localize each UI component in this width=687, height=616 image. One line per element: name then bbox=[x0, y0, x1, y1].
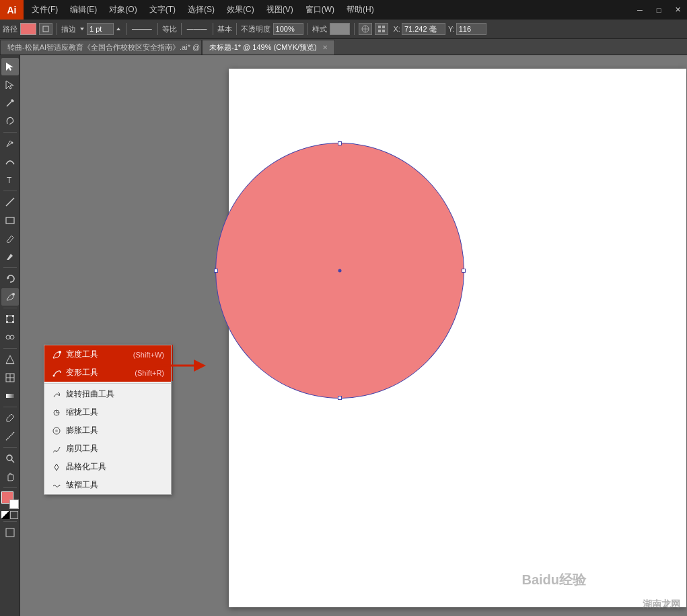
divider-tool4 bbox=[3, 308, 17, 308]
tool-paintbrush[interactable] bbox=[1, 230, 19, 247]
menu-edit[interactable]: 编辑(E) bbox=[65, 3, 102, 17]
svg-point-25 bbox=[6, 335, 10, 339]
y-input[interactable] bbox=[456, 23, 486, 35]
tool-line[interactable] bbox=[1, 193, 19, 211]
menu-help[interactable]: 帮助(H) bbox=[341, 3, 379, 17]
tool-pen[interactable] bbox=[1, 135, 19, 152]
tool-eyedropper[interactable] bbox=[1, 409, 19, 427]
x-input[interactable] bbox=[402, 23, 445, 35]
stroke-down-icon[interactable] bbox=[79, 26, 85, 32]
tool-selection[interactable] bbox=[1, 58, 19, 75]
window-controls: ─ □ ✕ bbox=[630, 0, 687, 20]
center-point bbox=[338, 269, 342, 273]
tool-rotate[interactable] bbox=[1, 270, 19, 287]
fill-stroke-indicator[interactable] bbox=[1, 491, 19, 509]
tool-free-transform[interactable] bbox=[1, 310, 19, 328]
menu-object[interactable]: 对象(O) bbox=[104, 3, 142, 17]
svg-marker-10 bbox=[6, 63, 13, 71]
svg-point-42 bbox=[55, 430, 58, 432]
tool-rectangle[interactable] bbox=[1, 211, 19, 229]
close-button[interactable]: ✕ bbox=[668, 0, 687, 20]
tool-direct-selection[interactable] bbox=[1, 76, 19, 94]
ctx-item-pucker[interactable]: 缩拢工具 bbox=[44, 403, 171, 421]
pucker-tool-icon bbox=[51, 407, 62, 418]
divider7 bbox=[308, 23, 308, 35]
tool-lasso[interactable] bbox=[1, 112, 19, 130]
color-icon[interactable] bbox=[1, 511, 9, 519]
maximize-button[interactable]: □ bbox=[649, 0, 668, 20]
path-label: 路径 bbox=[3, 24, 17, 34]
tab-1-close[interactable]: ✕ bbox=[322, 44, 328, 51]
ctx-item-crystalize[interactable]: 晶格化工具 bbox=[44, 458, 171, 476]
no-fill-icon[interactable] bbox=[10, 511, 18, 519]
divider-tool7 bbox=[3, 447, 17, 448]
tool-shape-builder[interactable] bbox=[1, 329, 19, 346]
tool-type[interactable]: T bbox=[1, 171, 19, 189]
svg-point-36 bbox=[59, 351, 61, 353]
tool-gradient[interactable] bbox=[1, 387, 19, 405]
tool-hand[interactable] bbox=[1, 468, 19, 485]
svg-rect-7 bbox=[382, 26, 385, 28]
tool-magic-wand[interactable] bbox=[1, 94, 19, 112]
svg-rect-6 bbox=[378, 26, 381, 28]
svg-marker-11 bbox=[6, 81, 13, 89]
anchor-bottom bbox=[338, 396, 342, 400]
svg-rect-24 bbox=[12, 321, 14, 323]
divider-tool8 bbox=[3, 487, 17, 488]
divider-tool1 bbox=[3, 132, 17, 133]
color-mode-icons bbox=[1, 511, 18, 519]
crystalize-tool-icon bbox=[51, 462, 62, 473]
tool-warp[interactable] bbox=[1, 288, 19, 306]
stroke-weight-input[interactable] bbox=[87, 23, 114, 35]
tool-perspective[interactable] bbox=[1, 351, 19, 368]
stroke-up-icon[interactable] bbox=[115, 26, 122, 32]
twist-tool-icon bbox=[51, 389, 62, 400]
menu-window[interactable]: 窗口(W) bbox=[300, 3, 340, 17]
grid-icon[interactable] bbox=[375, 23, 388, 35]
tool-mesh[interactable] bbox=[1, 369, 19, 386]
menu-select[interactable]: 选择(S) bbox=[182, 3, 220, 17]
menu-effect[interactable]: 效果(C) bbox=[221, 3, 260, 17]
anchor-left bbox=[214, 269, 218, 273]
line-preview2: ─── bbox=[187, 24, 207, 34]
ctx-twist-label: 旋转扭曲工具 bbox=[66, 388, 114, 400]
svg-line-16 bbox=[6, 198, 14, 206]
canvas-area: 宽度工具 (Shift+W) 变形工具 (Shift+R) 旋转扭曲工具 bbox=[20, 55, 687, 616]
x-label: X: bbox=[394, 25, 400, 33]
menu-file[interactable]: 文件(F) bbox=[26, 3, 63, 17]
divider1 bbox=[57, 23, 57, 35]
tool-measure[interactable] bbox=[1, 427, 19, 445]
ctx-item-wrinkle[interactable]: 皱褶工具 bbox=[44, 476, 171, 494]
ctx-item-twist[interactable]: 旋转扭曲工具 bbox=[44, 385, 171, 403]
ctx-pucker-label: 缩拢工具 bbox=[66, 407, 98, 418]
ctx-item-scallop[interactable]: 扇贝工具 bbox=[44, 440, 171, 458]
tool-pencil[interactable] bbox=[1, 248, 19, 265]
svg-rect-17 bbox=[6, 217, 14, 224]
scallop-tool-icon bbox=[51, 444, 62, 454]
tab-1[interactable]: 未标题-1* @ 149% (CMYK/预览) ✕ bbox=[202, 40, 335, 55]
svg-text:T: T bbox=[7, 176, 12, 185]
tab-0[interactable]: 转曲-松鼠AI智适应教育《全国合作校校区安全指南》.ai* @ 400% (CM… bbox=[0, 40, 202, 55]
menu-bar: 文件(F) 编辑(E) 对象(O) 文字(T) 选择(S) 效果(C) 视图(V… bbox=[24, 0, 382, 20]
bloat-tool-icon bbox=[51, 425, 62, 436]
globe-icon[interactable] bbox=[359, 23, 372, 35]
opacity-input[interactable] bbox=[273, 23, 303, 35]
svg-line-12 bbox=[7, 101, 12, 106]
fill-color-btn[interactable] bbox=[39, 23, 52, 35]
ctx-item-bloat[interactable]: 膨胀工具 bbox=[44, 421, 171, 440]
y-label: Y: bbox=[448, 25, 455, 33]
divider2 bbox=[126, 23, 126, 35]
title-bar: Ai 文件(F) 编辑(E) 对象(O) 文字(T) 选择(S) 效果(C) 视… bbox=[0, 0, 687, 20]
tool-curvature[interactable] bbox=[1, 153, 19, 170]
svg-point-14 bbox=[11, 142, 13, 144]
menu-text[interactable]: 文字(T) bbox=[144, 3, 181, 17]
tool-zoom[interactable] bbox=[1, 450, 19, 467]
style-label: 样式 bbox=[312, 24, 327, 34]
stroke-color-swatch[interactable] bbox=[20, 23, 36, 35]
tool-screen-mode[interactable] bbox=[1, 524, 19, 541]
menu-view[interactable]: 视图(V) bbox=[261, 3, 299, 17]
minimize-button[interactable]: ─ bbox=[630, 0, 649, 20]
tab-bar: 转曲-松鼠AI智适应教育《全国合作校校区安全指南》.ai* @ 400% (CM… bbox=[0, 39, 687, 55]
stroke-weight-controls bbox=[79, 23, 122, 35]
anchor-right bbox=[462, 269, 466, 273]
